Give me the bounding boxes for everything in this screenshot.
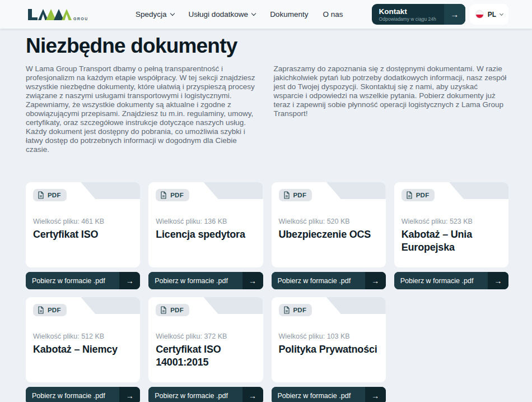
intro-paragraph-left: W Lama Group Transport dbamy o pełną tra… <box>26 64 261 154</box>
download-button-label: Pobierz w formacie .pdf <box>272 272 365 289</box>
document-card: PDF Wielkość pliku: 136 KB Licencja sped… <box>148 182 263 289</box>
pdf-badge: PDF <box>279 189 312 201</box>
download-button[interactable]: Pobierz w formacie .pdf → <box>26 272 140 289</box>
document-card: PDF Wielkość pliku: 372 KB Certyfikat IS… <box>148 297 263 402</box>
lama-logo-icon: GROUP <box>26 7 87 22</box>
download-button-label: Pobierz w formacie .pdf <box>148 387 242 402</box>
document-card-body: PDF Wielkość pliku: 512 KB Kabotaż – Nie… <box>26 297 140 382</box>
pdf-badge-label: PDF <box>293 192 307 198</box>
document-title: Licencja spedytora <box>156 228 255 241</box>
pdf-file-icon <box>283 191 290 199</box>
document-title: Kabotaż – Niemcy <box>33 343 133 356</box>
arrow-right-icon: → <box>119 272 140 289</box>
nav-item-uslugi-dodatkowe[interactable]: Usługi dodatkowe <box>189 10 256 19</box>
arrow-right-icon: → <box>365 272 386 289</box>
site-header: GROUP Spedycja Usługi dodatkowe Dokument… <box>0 0 532 29</box>
contact-button-subtitle: Odpowiadamy w ciągu 24h <box>379 16 436 22</box>
language-selector[interactable]: PL <box>470 4 508 25</box>
poland-flag-icon <box>475 10 484 19</box>
arrow-right-icon: → <box>444 4 465 25</box>
download-button[interactable]: Pobierz w formacie .pdf → <box>148 387 263 402</box>
card-corner-decoration <box>81 182 140 199</box>
pdf-badge-label: PDF <box>170 307 184 313</box>
document-card-body: PDF Wielkość pliku: 136 KB Licencja sped… <box>148 182 263 267</box>
download-button-label: Pobierz w formacie .pdf <box>394 272 488 289</box>
document-title: Kabotaż – Unia Europejska <box>402 228 501 254</box>
file-size-label: Wielkość pliku: 461 KB <box>33 218 133 225</box>
pdf-file-icon <box>406 191 413 199</box>
document-title: Certyfikat ISO <box>33 228 133 241</box>
download-button[interactable]: Pobierz w formacie .pdf → <box>394 272 508 289</box>
chevron-down-icon <box>251 11 256 15</box>
contact-button[interactable]: Kontakt Odpowiadamy w ciągu 24h → <box>372 4 465 25</box>
download-button[interactable]: Pobierz w formacie .pdf → <box>272 387 386 402</box>
file-size-label: Wielkość pliku: 136 KB <box>156 218 255 225</box>
file-size-label: Wielkość pliku: 523 KB <box>402 218 501 225</box>
nav-item-o-nas[interactable]: O nas <box>323 10 343 19</box>
pdf-badge-label: PDF <box>293 307 307 313</box>
card-corner-decoration <box>326 297 386 314</box>
page-title: Niezbędne dokumenty <box>26 34 508 58</box>
chevron-down-icon <box>170 11 174 15</box>
arrow-right-icon: → <box>488 272 508 289</box>
document-card-body: PDF Wielkość pliku: 372 KB Certyfikat IS… <box>148 297 263 382</box>
pdf-file-icon <box>38 306 44 314</box>
document-card: PDF Wielkość pliku: 461 KB Certyfikat IS… <box>26 182 140 289</box>
contact-button-title: Kontakt <box>379 7 407 16</box>
pdf-badge: PDF <box>402 189 435 201</box>
pdf-badge: PDF <box>33 304 67 316</box>
pdf-file-icon <box>283 306 290 314</box>
file-size-label: Wielkość pliku: 103 KB <box>279 332 379 340</box>
pdf-badge-label: PDF <box>48 307 61 313</box>
file-size-label: Wielkość pliku: 512 KB <box>33 332 133 340</box>
intro-section: W Lama Group Transport dbamy o pełną tra… <box>26 64 508 154</box>
pdf-badge-label: PDF <box>48 192 61 198</box>
document-title: Polityka Prywatności <box>279 343 379 356</box>
card-corner-decoration <box>81 297 140 314</box>
document-card-body: PDF Wielkość pliku: 103 KB Polityka Pryw… <box>272 297 386 382</box>
pdf-file-icon <box>160 191 167 199</box>
pdf-badge: PDF <box>156 189 189 201</box>
card-corner-decoration <box>449 182 508 199</box>
arrow-right-icon: → <box>242 272 263 289</box>
documents-grid: PDF Wielkość pliku: 461 KB Certyfikat IS… <box>26 182 508 402</box>
lama-group-logo[interactable]: GROUP <box>26 7 87 22</box>
document-card-body: PDF Wielkość pliku: 520 KB Ubezpieczenie… <box>272 182 386 267</box>
document-card: PDF Wielkość pliku: 520 KB Ubezpieczenie… <box>272 182 386 289</box>
pdf-badge-label: PDF <box>170 192 184 198</box>
pdf-file-icon <box>160 306 167 314</box>
file-size-label: Wielkość pliku: 372 KB <box>156 332 255 340</box>
document-card: PDF Wielkość pliku: 512 KB Kabotaż – Nie… <box>26 297 140 402</box>
intro-paragraph-right: Zapraszamy do zapoznania się z dostępnym… <box>274 64 509 154</box>
arrow-right-icon: → <box>242 387 263 402</box>
document-title: Certyfikat ISO 14001:2015 <box>156 343 255 369</box>
document-card-body: PDF Wielkość pliku: 523 KB Kabotaż – Uni… <box>394 182 508 267</box>
pdf-file-icon <box>38 191 44 199</box>
download-button[interactable]: Pobierz w formacie .pdf → <box>26 387 140 402</box>
nav-item-spedycja[interactable]: Spedycja <box>136 10 174 19</box>
main-content: Niezbędne dokumenty W Lama Group Transpo… <box>0 34 532 402</box>
document-card: PDF Wielkość pliku: 103 KB Polityka Pryw… <box>272 297 386 402</box>
pdf-badge: PDF <box>279 304 312 316</box>
nav-item-dokumenty[interactable]: Dokumenty <box>270 10 308 19</box>
download-button[interactable]: Pobierz w formacie .pdf → <box>148 272 263 289</box>
card-corner-decoration <box>204 182 263 199</box>
document-card: PDF Wielkość pliku: 523 KB Kabotaż – Uni… <box>394 182 508 289</box>
card-corner-decoration <box>204 297 263 314</box>
pdf-badge: PDF <box>33 189 67 201</box>
chevron-down-icon <box>500 11 503 15</box>
download-button-label: Pobierz w formacie .pdf <box>148 272 242 289</box>
download-button-label: Pobierz w formacie .pdf <box>272 387 365 402</box>
arrow-right-icon: → <box>365 387 386 402</box>
pdf-badge: PDF <box>156 304 189 316</box>
download-button-label: Pobierz w formacie .pdf <box>26 387 119 402</box>
documents-page: GROUP Spedycja Usługi dodatkowe Dokument… <box>0 0 532 402</box>
document-title: Ubezpieczenie OCS <box>279 228 379 241</box>
download-button-label: Pobierz w formacie .pdf <box>26 272 119 289</box>
download-button[interactable]: Pobierz w formacie .pdf → <box>272 272 386 289</box>
logo-suffix: GROUP <box>73 17 87 21</box>
main-nav: Spedycja Usługi dodatkowe Dokumenty O na… <box>136 10 343 19</box>
file-size-label: Wielkość pliku: 520 KB <box>279 218 379 225</box>
language-code: PL <box>488 11 496 19</box>
arrow-right-icon: → <box>119 387 140 402</box>
